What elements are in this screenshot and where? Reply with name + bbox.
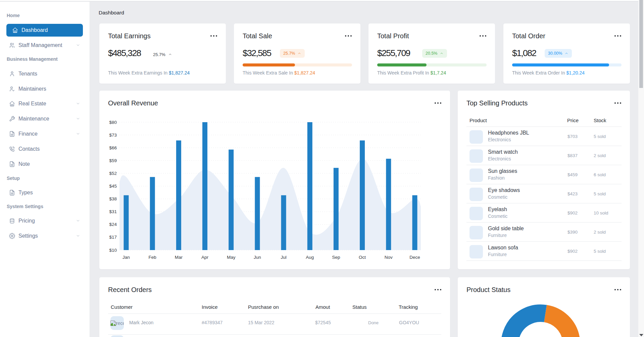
svg-text:Aug: Aug [306,255,314,260]
svg-text:$59: $59 [109,158,117,163]
svg-text:Mar: Mar [175,255,183,260]
svg-text:$66: $66 [109,145,117,150]
svg-text:$17: $17 [109,235,117,240]
svg-text:Apr: Apr [201,255,209,260]
svg-text:Jul: Jul [281,255,286,260]
svg-text:Dece: Dece [409,255,420,260]
svg-text:May: May [227,255,236,260]
svg-text:Jan: Jan [122,255,130,260]
svg-text:$73: $73 [109,133,117,138]
svg-text:$38: $38 [109,196,117,201]
svg-text:Feb: Feb [149,255,156,260]
svg-text:$52: $52 [109,171,117,176]
svg-text:$10: $10 [109,248,117,253]
svg-text:Jun: Jun [254,255,261,260]
svg-text:Nov: Nov [385,255,393,260]
svg-text:$24: $24 [109,222,117,227]
svg-text:$80: $80 [109,120,117,125]
svg-text:Sep: Sep [332,255,340,260]
svg-text:$45: $45 [109,184,117,189]
svg-text:Oct: Oct [359,255,366,260]
svg-text:$31: $31 [109,209,117,214]
